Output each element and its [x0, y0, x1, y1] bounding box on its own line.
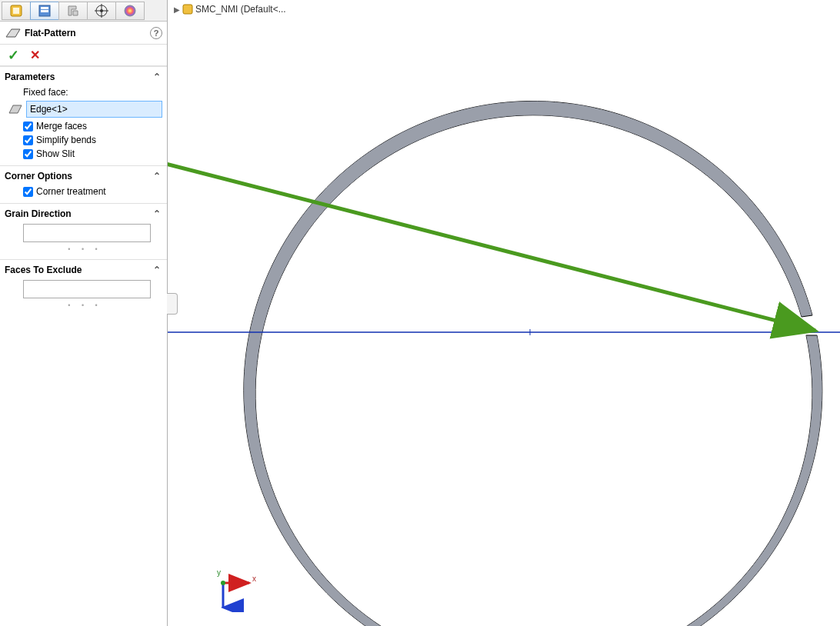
feature-tree-icon	[9, 4, 23, 18]
confirm-row: ✓ ✕	[0, 45, 167, 66]
show-slit-checkbox[interactable]	[23, 149, 33, 159]
property-manager-tab[interactable]	[30, 2, 59, 20]
faces-to-exclude-input[interactable]	[23, 280, 151, 298]
flat-pattern-icon	[5, 27, 22, 39]
view-triad[interactable]: x y	[214, 566, 268, 612]
merge-faces-label: Merge faces	[36, 121, 87, 132]
property-manager-panel: Flat-Pattern ? ✓ ✕ Parameters ⌃ Fixed fa…	[0, 0, 168, 626]
faces-to-exclude-header-label: Faces To Exclude	[5, 265, 82, 275]
svg-point-18	[221, 581, 225, 585]
merge-faces-checkbox[interactable]	[23, 122, 33, 132]
svg-rect-1	[13, 8, 19, 14]
appearance-icon	[123, 4, 137, 18]
triad-x-label: x	[252, 574, 256, 583]
display-manager-tab[interactable]	[115, 2, 145, 20]
chevron-up-icon: ⌃	[153, 208, 161, 219]
cancel-button[interactable]: ✕	[30, 48, 40, 62]
faces-to-exclude-header[interactable]: Faces To Exclude ⌃	[0, 259, 167, 278]
svg-point-8	[100, 9, 103, 12]
svg-point-9	[125, 5, 135, 16]
simplify-bends-label: Simplify bends	[36, 135, 96, 145]
ok-button[interactable]: ✓	[8, 47, 19, 64]
triad-y-label: y	[217, 568, 221, 577]
target-icon	[95, 4, 108, 18]
graphics-viewport[interactable]: ▶ SMC_NMI (Default<...	[168, 0, 840, 626]
parameters-header[interactable]: Parameters ⌃	[0, 66, 167, 85]
corner-options-header[interactable]: Corner Options ⌃	[0, 165, 167, 185]
resize-grip-icon[interactable]: • • •	[8, 301, 162, 309]
face-selection-icon	[8, 102, 23, 116]
feature-header: Flat-Pattern ?	[0, 22, 167, 45]
grain-direction-input[interactable]	[23, 224, 151, 242]
dimxpert-tab[interactable]	[87, 2, 116, 20]
grain-direction-body: • • •	[0, 222, 167, 259]
fixed-face-label: Fixed face:	[23, 87, 162, 98]
simplify-bends-checkbox[interactable]	[23, 135, 33, 145]
chevron-up-icon: ⌃	[153, 265, 161, 275]
svg-rect-3	[41, 7, 48, 9]
panel-tabstrip	[0, 0, 167, 22]
grain-direction-header[interactable]: Grain Direction ⌃	[0, 203, 167, 222]
svg-rect-4	[41, 10, 48, 12]
feature-title: Flat-Pattern	[25, 28, 150, 38]
property-manager-icon	[38, 4, 52, 18]
fixed-face-input[interactable]	[26, 101, 162, 118]
grain-direction-header-label: Grain Direction	[5, 208, 72, 219]
config-icon	[66, 4, 80, 18]
corner-treatment-checkbox[interactable]	[23, 187, 33, 197]
fixed-face-selection-row	[8, 101, 162, 118]
model-canvas	[168, 0, 840, 626]
configuration-manager-tab[interactable]	[58, 2, 88, 20]
corner-options-header-label: Corner Options	[5, 171, 72, 181]
chevron-up-icon: ⌃	[153, 72, 161, 82]
corner-options-body: Corner treatment	[0, 185, 167, 203]
show-slit-label: Show Slit	[36, 148, 75, 159]
chevron-up-icon: ⌃	[153, 171, 161, 181]
corner-treatment-label: Corner treatment	[36, 186, 106, 197]
parameters-body: Fixed face: Merge faces Simplify bends S…	[0, 85, 167, 165]
feature-manager-tab[interactable]	[2, 2, 31, 20]
ring-part[interactable]	[244, 101, 822, 626]
help-icon[interactable]: ?	[150, 27, 162, 39]
faces-to-exclude-body: • • •	[0, 278, 167, 315]
parameters-header-label: Parameters	[5, 72, 55, 82]
resize-grip-icon[interactable]: • • •	[8, 245, 162, 253]
